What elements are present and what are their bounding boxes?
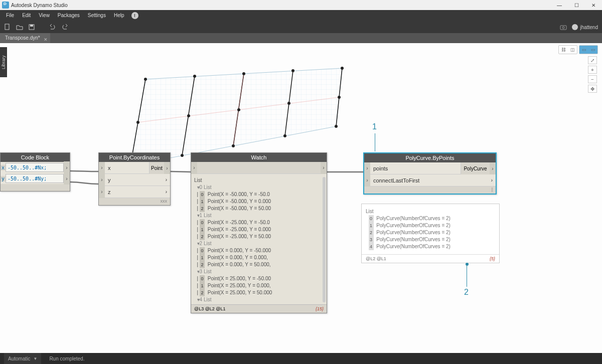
tabstrip: Transpose.dyn* ✕ [0,33,602,43]
code-line[interactable]: -50..50..#Nx; [6,163,64,172]
svg-point-27 [335,125,338,128]
new-icon[interactable] [4,24,11,31]
svg-point-26 [283,134,286,137]
file-tab-label: Transpose.dyn* [5,35,40,41]
input-port[interactable]: › [99,162,105,174]
node-header: Watch [191,153,327,162]
svg-point-15 [242,72,245,75]
menu-packages[interactable]: Packages [54,10,84,21]
library-panel-tab[interactable]: Library [0,47,7,77]
count-label: {5} [490,256,495,261]
result-list: List 0 PolyCurve(NumberOfCurves = 2) 1 P… [362,204,499,254]
result-footer: @L2 @L1 {5} [362,254,499,263]
node-header: Point.ByCoordinates [99,153,170,162]
code-var: x [1,165,6,170]
svg-point-20 [237,108,240,111]
view-3d-icon[interactable]: ▭ [588,46,597,54]
open-icon[interactable] [16,24,23,31]
view-link-icon[interactable]: ⛓ [559,46,568,54]
watch-list[interactable]: List ▾0 List | 0 Point(X = -50.000, Y = … [191,174,327,304]
output-label: PolyCurve [461,166,490,171]
code-line[interactable]: -50..50..#Ny; [6,174,64,183]
input-port[interactable]: › [191,162,197,174]
svg-point-18 [136,121,139,124]
node-watch[interactable]: Watch › › List ▾0 List | 0 Point(X = -50… [191,152,327,313]
svg-point-25 [232,144,235,147]
svg-point-24 [181,154,184,157]
callout-2: 2 [464,288,469,297]
undo-icon[interactable] [49,24,56,31]
input-label: connectLastToFirst [370,177,488,184]
close-button[interactable]: ✕ [585,3,602,8]
input-port[interactable]: › [99,174,105,186]
callout-dot [466,263,469,266]
svg-marker-5 [130,68,342,165]
zoom-out-icon[interactable]: − [588,75,597,83]
node-polycurve-bypoints[interactable]: PolyCurve.ByPoints › points › › connectL… [363,152,497,195]
levels-label: @L2 @L1 [366,256,386,261]
output-port[interactable]: › [490,162,496,174]
svg-point-16 [291,69,294,72]
node-point-bycoordinates[interactable]: Point.ByCoordinates › x › › y › › z › Po… [98,152,171,206]
lacing-label: xxx [99,198,170,205]
canvas[interactable]: Library ⛓ ◫ ▭ ▭ ⤢ + − ✥ [0,43,602,353]
watch-footer: @L3 @L2 @L1 {15} [191,304,327,313]
fit-icon[interactable]: ⤢ [588,56,597,64]
svg-point-13 [144,78,147,81]
code-var: y [1,176,6,181]
view-graph-icon[interactable]: ▭ [579,46,588,54]
camera-icon[interactable] [560,24,567,31]
scrollbar[interactable] [323,177,326,302]
window-titlebar: Autodesk Dynamo Studio — ☐ ✕ [0,0,602,10]
save-icon[interactable] [28,24,35,31]
run-mode-label: Automatic [8,356,30,361]
menu-help[interactable]: Help [110,10,128,21]
output-port[interactable]: › [321,162,327,174]
chevron-down-icon: ▼ [33,356,37,361]
nav-controls: ⤢ + − ✥ [588,56,597,93]
levels-label: @L3 @L2 @L1 [194,306,225,311]
input-label: y [105,177,163,183]
output-label: Point [149,165,164,171]
view-cube-icon[interactable]: ◫ [568,46,577,54]
menu-edit[interactable]: Edit [18,10,35,21]
svg-point-14 [193,75,196,78]
input-port[interactable]: › [364,162,370,174]
window-controls: — ☐ ✕ [551,3,602,8]
svg-point-4 [562,27,564,29]
input-port[interactable]: › [364,174,370,187]
input-label: z [105,189,163,195]
chevron-right-icon[interactable]: › [488,177,496,183]
avatar-icon [572,24,578,30]
redo-icon[interactable] [61,24,68,31]
svg-rect-2 [30,25,33,27]
node-header: PolyCurve.ByPoints [364,153,496,162]
menu-file[interactable]: File [2,10,18,21]
menubar: File Edit View Packages Settings Help ! [0,10,602,21]
minimize-button[interactable]: — [551,3,568,8]
output-port[interactable]: › [64,161,70,173]
pan-icon[interactable]: ✥ [588,85,597,93]
menu-view[interactable]: View [35,10,54,21]
window-title: Autodesk Dynamo Studio [11,3,551,8]
input-port[interactable]: › [99,186,105,198]
node-code-block[interactable]: Code Block x -50..50..#Nx; › y -50..50..… [0,152,70,192]
chevron-right-icon[interactable]: › [163,177,170,183]
output-port[interactable]: › [164,162,170,174]
maximize-button[interactable]: ☐ [568,3,585,8]
view-mode-controls: ⛓ ◫ ▭ ▭ [558,45,598,54]
user-chip[interactable]: jhattend [572,24,598,30]
svg-rect-0 [5,24,9,30]
file-tab[interactable]: Transpose.dyn* ✕ [0,33,50,43]
callout-1: 1 [372,122,377,131]
node-header: Code Block [1,153,70,162]
output-port[interactable]: › [64,172,70,185]
chevron-right-icon[interactable]: › [163,189,170,195]
menu-settings[interactable]: Settings [84,10,110,21]
count-label: {15} [316,306,324,311]
run-mode-dropdown[interactable]: Automatic ▼ [4,353,41,364]
zoom-in-icon[interactable]: + [588,66,597,74]
info-icon[interactable]: ! [131,12,138,19]
toolbar: jhattend [0,21,602,33]
node-footer: | [364,187,496,194]
